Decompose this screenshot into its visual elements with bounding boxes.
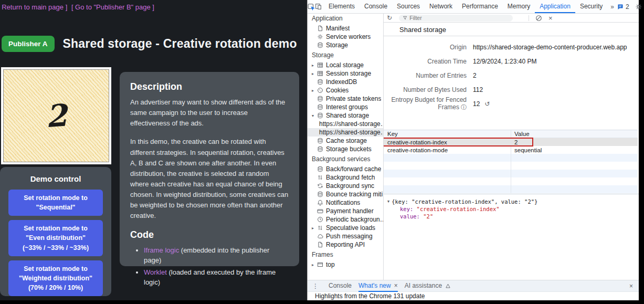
sidebar-item-interest-groups[interactable]: Interest groups (308, 103, 383, 111)
chevron-right-icon[interactable]: ▸ (312, 263, 317, 267)
demo-control-title: Demo control (8, 174, 103, 183)
close-drawer-icon[interactable]: × (629, 282, 639, 290)
column-header-key[interactable]: Key (384, 130, 511, 138)
preview-key-row: key: "creative-rotation-index" (387, 205, 639, 213)
sidebar-item-back-forward-cache[interactable]: Back/forward cache (308, 165, 383, 173)
refresh-icon[interactable]: ↻ (387, 14, 395, 22)
sidebar-item-background-fetch[interactable]: Background fetch (308, 173, 383, 182)
tab-security[interactable]: Security (575, 0, 607, 13)
sidebar-item-notifications[interactable]: Notifications (308, 198, 383, 207)
sidebar-item-reporting-api[interactable]: Reporting API (308, 240, 383, 249)
table-empty-stripe (384, 185, 638, 193)
drawer-kebab-menu-icon[interactable]: ⋮ (308, 282, 322, 290)
arrows-up-down-icon (317, 225, 323, 231)
close-whats-new-tab-icon[interactable]: × (394, 280, 398, 291)
meta-origin: Origin https://shared-storage-demo-conte… (384, 40, 639, 54)
set-sequential-button[interactable]: Set rotation mode to "Sequential" (8, 190, 103, 216)
table-row-creative-rotation-index[interactable]: creative-rotation-index 2 (384, 138, 638, 146)
description-paragraph-2: In this demo, the creative can be rotate… (130, 137, 289, 221)
sidebar-item-background-sync[interactable]: Background sync (308, 182, 383, 190)
sidebar-item-private-state-tokens[interactable]: Private state tokens (308, 95, 383, 103)
clear-all-icon[interactable] (535, 15, 542, 22)
sidebar-item-storage-buckets[interactable]: Storage buckets (308, 145, 383, 153)
clock-icon (317, 216, 323, 223)
worklet-link[interactable]: Worklet (144, 268, 167, 276)
issues-counter[interactable]: 2 (617, 3, 629, 11)
sidebar-section-storage: Storage (308, 49, 383, 61)
info-icon[interactable]: ⓘ (461, 104, 467, 110)
device-toolbar-icon[interactable] (315, 0, 322, 14)
table-empty-stripe (384, 177, 638, 185)
entry-preview-pane: ▼ {key: "creative-rotation-index", value… (384, 194, 639, 280)
sync-icon (317, 183, 323, 189)
tab-network[interactable]: Network (425, 0, 457, 13)
sidebar-item-session-storage[interactable]: ▸Session storage (308, 69, 383, 78)
return-main-page-link[interactable]: [ Return to main page ] (0, 3, 67, 11)
meta-bytes-used: Number of Bytes Used 112 (384, 82, 639, 97)
sidebar-item-periodic-background-sync[interactable]: Periodic backgroun… (308, 215, 383, 224)
settings-gear-icon[interactable] (635, 3, 642, 11)
iframe-logic-link[interactable]: Iframe logic (144, 246, 179, 254)
description-card: Description An advertiser may want to sh… (120, 72, 299, 266)
sidebar-item-cookies[interactable]: ▸Cookies (308, 86, 383, 95)
set-weighted-distribution-button[interactable]: Set rotation mode to "Weighted distribut… (8, 260, 103, 296)
sidebar-item-service-workers[interactable]: Service workers (308, 33, 383, 41)
more-tabs-icon[interactable]: » (607, 3, 617, 11)
chevron-down-icon[interactable]: ▾ (312, 113, 317, 118)
chevron-right-icon[interactable]: ▸ (312, 88, 317, 93)
database-icon (317, 79, 323, 85)
sidebar-item-bounce-tracking[interactable]: Bounce tracking miti… (308, 190, 383, 198)
drawer-tab-whats-new[interactable]: What's new × (358, 280, 398, 292)
publisher-b-page-link[interactable]: [ Go to "Publisher B" page ] (71, 3, 154, 11)
document-icon (317, 242, 323, 248)
sidebar-item-shared-storage[interactable]: ▾Shared storage (308, 111, 383, 120)
cookie-icon (317, 87, 323, 93)
sidebar-item-payment-handler[interactable]: Payment handler (308, 207, 383, 215)
shared-storage-pane: ↻ × Shared storage Origin https://shared… (384, 14, 639, 280)
table-empty-stripe (384, 170, 638, 177)
tab-sources[interactable]: Sources (392, 0, 425, 13)
table-empty-stripe (384, 162, 638, 170)
chevron-right-icon[interactable]: ▸ (312, 71, 317, 76)
column-header-value[interactable]: Value (511, 130, 638, 138)
sidebar-item-push-messaging[interactable]: Push messaging (308, 232, 383, 240)
sidebar-item-local-storage[interactable]: ▸Local storage (308, 61, 383, 69)
sidebar-item-shared-storage-origin-2-selected[interactable]: https://shared-storage… (308, 128, 383, 137)
sidebar-item-storage[interactable]: Storage (308, 41, 383, 49)
chevron-right-icon[interactable]: ▸ (312, 226, 317, 230)
database-icon (317, 104, 323, 110)
sidebar-item-top-frame[interactable]: ▸top (308, 260, 383, 269)
tab-elements[interactable]: Elements (324, 0, 360, 13)
code-links-list: Iframe logic (embedded into the publishe… (144, 245, 289, 288)
tab-memory[interactable]: Memory (503, 0, 535, 13)
sidebar-item-shared-storage-origin-1[interactable]: https://shared-storage… (308, 120, 383, 128)
document-icon (317, 25, 323, 32)
drawer-tabbar: ⋮ Console What's new × AI assistance × (308, 280, 639, 292)
sidebar-item-cache-storage[interactable]: Cache storage (308, 137, 383, 145)
chevron-right-icon[interactable]: ▸ (312, 63, 317, 68)
table-row-creative-rotation-mode[interactable]: creative-rotation-mode sequential (384, 146, 638, 154)
sidebar-item-indexeddb[interactable]: IndexedDB (308, 78, 383, 86)
delete-selected-icon[interactable]: × (548, 14, 553, 22)
reset-budget-icon[interactable]: ↺ (484, 100, 490, 108)
filter-box[interactable] (399, 15, 513, 22)
tab-application[interactable]: Application (535, 0, 575, 13)
expand-triangle-icon[interactable]: ▼ (387, 200, 389, 204)
tab-console[interactable]: Console (360, 0, 392, 13)
filter-input[interactable] (409, 15, 509, 21)
set-even-distribution-button[interactable]: Set rotation mode to "Even distribution"… (8, 220, 103, 256)
devtools-tabbar: Elements Console Sources Network Perform… (308, 0, 639, 14)
section-title: Shared storage (384, 23, 639, 36)
preview-summary-row[interactable]: ▼ {key: "creative-rotation-index", value… (387, 198, 639, 205)
creative-number: 2 (44, 97, 68, 134)
drawer-tab-ai-assistance[interactable]: AI assistance (405, 280, 451, 292)
meta-number-of-entries: Number of Entries 2 (384, 68, 639, 82)
sidebar-section-frames: Frames (308, 249, 383, 260)
inspect-element-icon[interactable] (308, 0, 315, 14)
list-item: Iframe logic (embedded into the publishe… (144, 245, 289, 266)
sidebar-item-speculative-loads[interactable]: ▸Speculative loads (308, 224, 383, 232)
tab-performance[interactable]: Performance (457, 0, 503, 13)
drawer-tab-console[interactable]: Console (329, 280, 352, 292)
meta-entropy-budget: Entropy Budget for Fenced Framesⓘ 12 ↺ (384, 97, 639, 111)
sidebar-item-manifest[interactable]: Manifest (308, 24, 383, 33)
